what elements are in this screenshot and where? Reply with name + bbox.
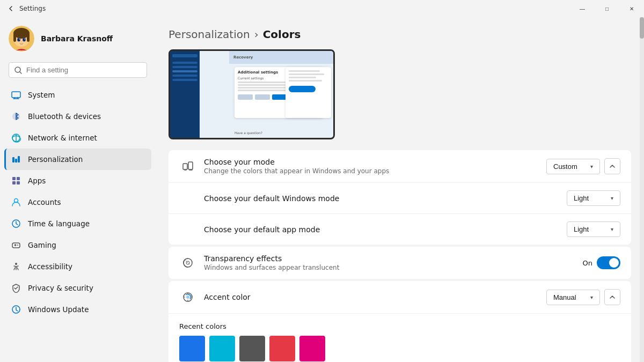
color-swatch-teal[interactable] <box>209 336 235 361</box>
transparency-text: Transparency effects Windows and surface… <box>204 254 583 271</box>
search-input[interactable] <box>26 66 141 74</box>
transparency-icon <box>179 254 196 271</box>
preview-topbar: Recovery <box>229 51 333 64</box>
maximize-button[interactable]: □ <box>595 0 619 17</box>
accounts-icon <box>11 197 21 208</box>
choose-mode-dropdown[interactable]: Custom ▾ <box>546 159 600 174</box>
accent-color-icon <box>179 289 196 306</box>
gaming-icon <box>11 240 21 250</box>
accent-color-expand-button[interactable] <box>604 289 620 305</box>
back-button[interactable] <box>6 4 15 13</box>
app-mode-row: Choose your default app mode Light ▾ <box>169 214 631 245</box>
breadcrumb-parent[interactable]: Personalization <box>169 28 250 41</box>
system-icon <box>11 90 21 100</box>
windows-mode-control: Light ▾ <box>567 190 620 206</box>
chevron-down-icon: ▾ <box>590 294 593 300</box>
app-container: Barbara Krasnoff System <box>0 17 644 362</box>
apps-icon <box>11 175 21 186</box>
preview-inner: Recovery Additional settings Current set… <box>170 51 333 138</box>
sidebar-item-privacy[interactable]: Privacy & security <box>4 277 151 299</box>
svg-rect-22 <box>12 181 16 184</box>
choose-mode-control: Custom ▾ <box>546 158 620 174</box>
sidebar-item-apps[interactable]: Apps <box>4 170 151 191</box>
choose-mode-row: Choose your mode Change the colors that … <box>169 150 631 183</box>
time-icon <box>11 218 21 229</box>
svg-point-35 <box>186 295 189 299</box>
sidebar-item-label: Privacy & security <box>28 284 93 292</box>
windows-mode-dropdown[interactable]: Light ▾ <box>567 190 620 206</box>
accent-color-label: Accent color <box>204 293 546 301</box>
color-swatch-red[interactable] <box>269 336 295 361</box>
sidebar-item-bluetooth[interactable]: Bluetooth & devices <box>4 106 151 127</box>
sidebar-item-label: System <box>28 91 55 99</box>
choose-mode-expand-button[interactable] <box>604 158 620 174</box>
windows-mode-text: Choose your default Windows mode <box>204 194 567 203</box>
windows-mode-row: Choose your default Windows mode Light ▾ <box>169 183 631 214</box>
close-button[interactable]: ✕ <box>619 0 644 17</box>
preview-content: Recovery Additional settings Current set… <box>200 51 333 138</box>
svg-rect-30 <box>183 164 187 169</box>
color-swatch-pink[interactable] <box>299 336 325 361</box>
sidebar-item-label: Accessibility <box>28 262 72 271</box>
main-content: Personalization › Colors <box>156 17 644 362</box>
user-name: Barbara Krasnoff <box>41 34 113 43</box>
svg-rect-20 <box>12 177 16 180</box>
app-title: Settings <box>19 5 46 12</box>
svg-point-28 <box>15 263 17 265</box>
chevron-down-icon: ▾ <box>590 164 593 169</box>
personalization-icon <box>11 154 21 165</box>
app-mode-value: Light <box>574 225 589 233</box>
scrollbar-track <box>640 17 644 362</box>
color-swatches <box>179 336 620 361</box>
svg-rect-31 <box>188 162 193 169</box>
scrollbar-thumb[interactable] <box>640 17 644 39</box>
svg-rect-21 <box>17 177 20 180</box>
svg-point-10 <box>24 39 25 40</box>
recent-colors-section: Recent colors <box>169 314 631 362</box>
sidebar-item-gaming[interactable]: Gaming <box>4 234 151 256</box>
sidebar-item-label: Bluetooth & devices <box>28 112 101 121</box>
app-mode-dropdown[interactable]: Light ▾ <box>567 221 620 237</box>
svg-rect-4 <box>27 33 30 42</box>
sidebar-item-label: Network & internet <box>28 134 97 142</box>
sidebar-item-label: Windows Update <box>28 305 89 314</box>
avatar[interactable] <box>9 26 34 51</box>
app-mode-text: Choose your default app mode <box>204 225 567 234</box>
app-mode-control: Light ▾ <box>567 221 620 237</box>
transparency-section: Transparency effects Windows and surface… <box>169 247 631 279</box>
accessibility-icon <box>11 261 21 272</box>
nav-list: System Bluetooth & devices <box>0 84 156 320</box>
transparency-control: On <box>583 256 620 269</box>
color-swatch-blue[interactable] <box>179 336 205 361</box>
sidebar-item-network[interactable]: Network & internet <box>4 127 151 149</box>
sidebar-item-system[interactable]: System <box>4 84 151 106</box>
chevron-down-icon: ▾ <box>611 226 613 232</box>
accent-color-section: Accent color Manual ▾ Recent colors <box>169 281 631 362</box>
sidebar-item-label: Accounts <box>28 198 61 206</box>
sidebar-item-accounts[interactable]: Accounts <box>4 191 151 213</box>
color-swatch-gray[interactable] <box>239 336 265 361</box>
user-section: Barbara Krasnoff <box>0 17 156 58</box>
sidebar-item-accessibility[interactable]: Accessibility <box>4 256 151 277</box>
sidebar-item-windowsupdate[interactable]: Windows Update <box>4 299 151 320</box>
windows-mode-value: Light <box>574 194 589 202</box>
windowsupdate-icon <box>11 304 21 315</box>
svg-rect-17 <box>12 157 14 162</box>
title-bar-left: Settings <box>6 4 46 13</box>
choose-mode-sublabel: Change the colors that appear in Windows… <box>204 167 546 175</box>
preview-image: Recovery Additional settings Current set… <box>169 49 335 139</box>
chevron-down-icon: ▾ <box>611 195 613 201</box>
accent-color-dropdown[interactable]: Manual ▾ <box>546 290 600 305</box>
search-box[interactable] <box>9 62 147 78</box>
sidebar-item-label: Time & language <box>28 219 90 228</box>
transparency-row: Transparency effects Windows and surface… <box>169 247 631 279</box>
transparency-sublabel: Windows and surfaces appear translucent <box>204 264 583 271</box>
minimize-button[interactable]: — <box>570 0 595 17</box>
sidebar-item-label: Gaming <box>28 241 56 249</box>
transparency-toggle[interactable] <box>597 256 620 269</box>
preview-card2 <box>286 67 331 118</box>
accent-color-control: Manual ▾ <box>546 289 620 305</box>
sidebar-item-time[interactable]: Time & language <box>4 213 151 234</box>
sidebar-item-personalization[interactable]: Personalization <box>4 149 151 170</box>
transparency-label: Transparency effects <box>204 254 583 263</box>
